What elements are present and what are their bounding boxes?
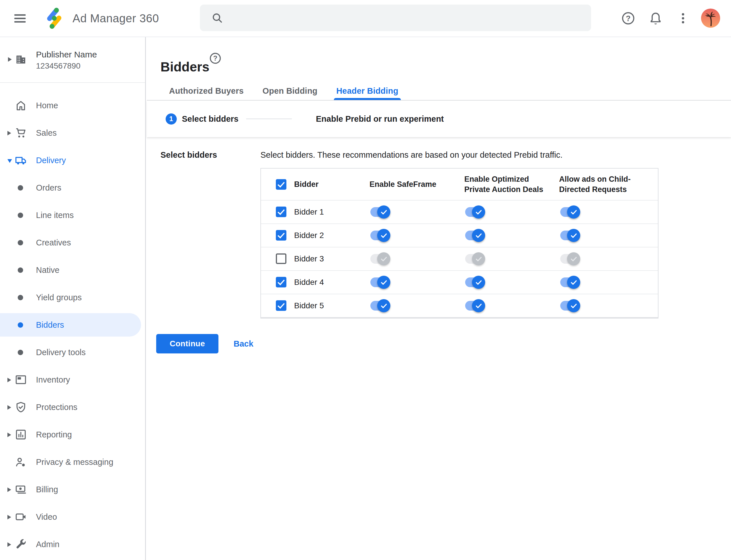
help-icon[interactable]: ? xyxy=(209,52,222,65)
row-checkbox[interactable] xyxy=(276,277,287,287)
toggle-thumb-check-icon xyxy=(567,252,580,265)
sidebar-item-home[interactable]: Home xyxy=(0,92,145,119)
sidebar-item-label: Orders xyxy=(36,174,61,201)
toggle-optimized-private-auction[interactable] xyxy=(465,275,485,289)
stepper: 1Select bidders2Enable Prebid or run exp… xyxy=(147,101,731,137)
chevron-right-icon xyxy=(7,542,11,547)
tab-header-bidding[interactable]: Header Bidding xyxy=(337,82,398,100)
sidebar-item-admin[interactable]: Admin xyxy=(0,531,145,558)
row-checkbox[interactable] xyxy=(276,230,287,241)
toggle-child-directed[interactable] xyxy=(560,275,580,289)
step-number-badge: 1 xyxy=(166,113,177,125)
more-vertical-icon[interactable] xyxy=(675,10,691,26)
toggle-thumb-check-icon xyxy=(377,276,390,289)
row-checkbox[interactable] xyxy=(276,207,287,217)
tab-authorized-buyers[interactable]: Authorized Buyers xyxy=(169,82,244,100)
sidebar-item-bidders[interactable]: Bidders xyxy=(0,311,145,339)
toggle-safeframe[interactable] xyxy=(370,205,390,219)
chevron-right-icon xyxy=(7,405,11,410)
toggle-safeframe[interactable] xyxy=(370,275,390,289)
search-input[interactable] xyxy=(233,13,582,23)
toggle-child-directed[interactable] xyxy=(560,299,580,313)
select-all-checkbox[interactable] xyxy=(276,179,287,190)
toggle-safeframe[interactable] xyxy=(370,229,390,242)
toggle-safeframe[interactable] xyxy=(370,299,390,313)
sidebar-item-delivery-tools[interactable]: Delivery tools xyxy=(0,339,145,366)
sidebar-item-label: Privacy & messaging xyxy=(36,448,113,476)
bullet-icon xyxy=(18,185,23,191)
toggle-optimized-private-auction[interactable] xyxy=(465,229,485,242)
top-app-bar: Ad Manager 360 ? xyxy=(0,0,731,37)
privacy-icon xyxy=(14,455,27,469)
toggle-child-directed[interactable] xyxy=(560,205,580,219)
chevron-down-icon xyxy=(7,159,12,163)
chevron-right-icon xyxy=(7,378,11,382)
row-checkbox[interactable] xyxy=(276,300,287,311)
toggle-thumb-check-icon xyxy=(472,299,485,312)
sidebar-item-creatives[interactable]: Creatives xyxy=(0,229,145,256)
toggle-thumb-check-icon xyxy=(472,276,485,289)
tab-open-bidding[interactable]: Open Bidding xyxy=(263,82,318,100)
sidebar-item-inventory[interactable]: Inventory xyxy=(0,366,145,393)
search-bar[interactable] xyxy=(200,5,591,31)
avatar[interactable] xyxy=(701,9,720,28)
chevron-right-icon xyxy=(7,433,11,437)
sidebar-item-line-items[interactable]: Line items xyxy=(0,201,145,229)
chevron-right-icon xyxy=(8,57,12,62)
tab-label: Authorized Buyers xyxy=(169,86,244,95)
toggle-thumb-check-icon xyxy=(377,229,390,242)
notifications-icon[interactable] xyxy=(648,10,664,26)
sidebar-item-video[interactable]: Video xyxy=(0,503,145,531)
sidebar-item-protections[interactable]: Protections xyxy=(0,393,145,421)
table-row-bidder-3: Bidder 3 xyxy=(261,247,658,270)
ad-manager-logo-icon xyxy=(42,6,67,31)
cart-icon xyxy=(14,126,27,139)
step-number-badge: 2 xyxy=(300,113,311,125)
sidebar-item-label: Native xyxy=(36,256,59,284)
sidebar-item-label: Sales xyxy=(36,119,57,147)
table-description: Select bidders. These recommendations ar… xyxy=(261,150,562,160)
toggle-optimized-private-auction[interactable] xyxy=(465,252,485,266)
publisher-selector[interactable]: Publisher Name 1234567890 xyxy=(0,37,145,82)
toggle-optimized-private-auction[interactable] xyxy=(465,205,485,219)
toggle-thumb-check-icon xyxy=(567,205,580,219)
column-header-safeframe: Enable SafeFrame xyxy=(369,169,444,200)
toggle-thumb-check-icon xyxy=(377,205,390,219)
menu-icon[interactable] xyxy=(14,14,26,22)
step-1[interactable]: 1Select bidders xyxy=(166,113,239,125)
search-icon xyxy=(211,11,224,25)
sidebar-item-privacy-messaging[interactable]: Privacy & messaging xyxy=(0,448,145,476)
table-row-bidder-1: Bidder 1 xyxy=(261,200,658,223)
chevron-right-icon xyxy=(7,487,11,492)
continue-button[interactable]: Continue xyxy=(156,334,219,353)
sidebar-item-yield-groups[interactable]: Yield groups xyxy=(0,284,145,311)
sidebar-item-label: Billing xyxy=(36,476,58,503)
bidder-name: Bidder 2 xyxy=(294,224,324,247)
help-icon[interactable]: ? xyxy=(620,10,636,26)
table-row-bidder-4: Bidder 4 xyxy=(261,270,658,294)
billing-icon xyxy=(14,483,27,496)
sidebar-item-billing[interactable]: Billing xyxy=(0,476,145,503)
bullet-icon xyxy=(18,350,23,355)
toggle-thumb-check-icon xyxy=(567,299,580,312)
bullet-icon xyxy=(18,295,23,300)
toggle-optimized-private-auction[interactable] xyxy=(465,299,485,313)
sidebar-item-native[interactable]: Native xyxy=(0,256,145,284)
home-icon xyxy=(14,99,27,112)
toggle-child-directed[interactable] xyxy=(560,229,580,242)
sidebar-item-orders[interactable]: Orders xyxy=(0,174,145,201)
step-2[interactable]: 2Enable Prebid or run experiment xyxy=(300,113,444,125)
tab-label: Open Bidding xyxy=(263,86,318,95)
sidebar-item-reporting[interactable]: Reporting xyxy=(0,421,145,448)
bidder-name: Bidder 3 xyxy=(294,247,324,270)
sidebar-item-delivery[interactable]: Delivery xyxy=(0,147,145,174)
toggle-child-directed[interactable] xyxy=(560,252,580,266)
shield-icon xyxy=(14,401,27,414)
toggle-thumb-check-icon xyxy=(472,252,485,265)
row-checkbox[interactable] xyxy=(276,253,287,264)
table-header-row: Bidder Enable SafeFrame Enable Optimized… xyxy=(261,169,658,200)
toggle-safeframe[interactable] xyxy=(370,252,390,266)
sidebar-item-sales[interactable]: Sales xyxy=(0,119,145,147)
back-button[interactable]: Back xyxy=(230,334,257,353)
sidebar-item-label: Yield groups xyxy=(36,284,82,311)
